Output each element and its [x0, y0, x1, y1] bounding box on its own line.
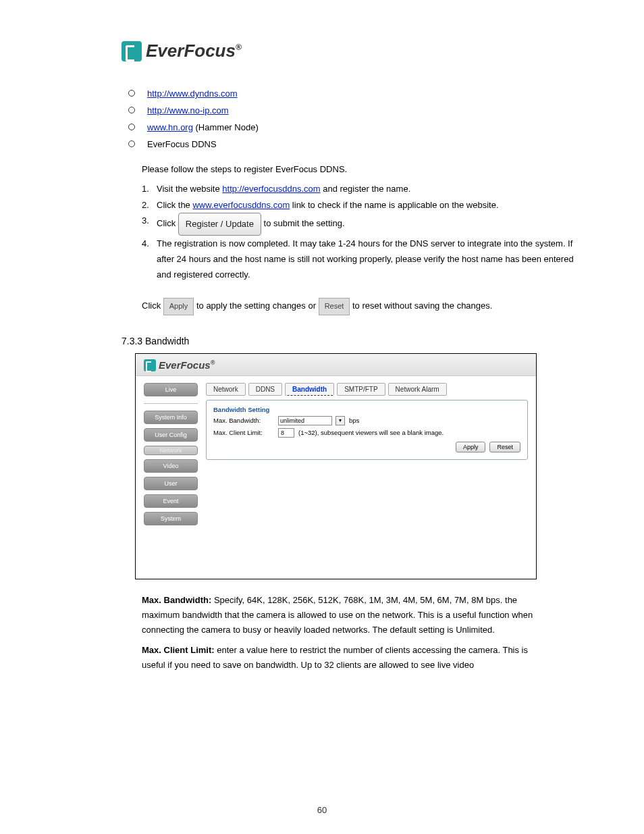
sidebar-item-system[interactable]: System: [144, 512, 198, 525]
step-text: Click the: [157, 200, 192, 210]
sidebar-item-user[interactable]: User: [144, 477, 198, 490]
logo-reg: ®: [211, 359, 215, 366]
desc-label: Max. Client Limit:: [142, 645, 215, 655]
provider-list: http://www.dyndns.com http://www.no-ip.c…: [128, 88, 603, 149]
tab-network-alarm[interactable]: Network Alarm: [388, 383, 447, 396]
max-client-label: Max. Client Limit:: [213, 429, 274, 436]
max-client-row: Max. Client Limit: (1~32), subsequent vi…: [213, 428, 520, 438]
logo-text: EverFocus®: [159, 359, 215, 371]
max-bandwidth-label: Max. Bandwidth:: [213, 417, 274, 424]
logo-text: EverFocus®: [146, 41, 242, 61]
step-text: link to check if the name is applicable …: [290, 200, 498, 210]
logo-brand: EverFocus: [146, 41, 236, 61]
provider-link-hn[interactable]: www.hn.org: [147, 122, 193, 132]
step-4: 4. The registration is now completed. It…: [142, 236, 576, 283]
reset-button[interactable]: Reset: [489, 442, 520, 452]
step-1: 1. Visit the website http://everfocusddn…: [142, 181, 576, 197]
logo-mark-icon: [144, 359, 156, 371]
step-text: The registration is now completed. It ma…: [157, 236, 576, 283]
step-text: Click: [157, 218, 178, 228]
tab-smtp-ftp[interactable]: SMTP/FTP: [337, 383, 385, 396]
bandwidth-settings-screenshot: EverFocus® Live System Info User Config …: [135, 353, 537, 579]
provider-link-noip[interactable]: http://www.no-ip.com: [147, 105, 229, 115]
fieldset-legend: Bandwidth Setting: [213, 406, 520, 413]
tab-bandwidth[interactable]: Bandwidth: [285, 383, 334, 396]
page-number: 60: [0, 805, 644, 815]
apply-button[interactable]: Apply: [163, 298, 194, 315]
logo-brand: EverFocus: [159, 359, 211, 371]
note-text: to apply the setting changes or: [196, 301, 319, 311]
apply-button[interactable]: Apply: [456, 442, 486, 452]
step-number: 4.: [142, 236, 157, 251]
bullet-icon: [128, 107, 135, 113]
reset-button[interactable]: Reset: [319, 298, 350, 315]
note-text: to reset without saving the changes.: [352, 301, 492, 311]
register-update-button[interactable]: Register / Update: [178, 213, 261, 235]
max-client-hint: (1~32), subsequent viewers will see a bl…: [298, 429, 444, 436]
bullet-icon: [128, 90, 135, 97]
max-client-input[interactable]: [278, 428, 294, 438]
ddns-site-link[interactable]: http://everfocusddns.com: [222, 184, 320, 194]
tab-ddns[interactable]: DDNS: [248, 383, 282, 396]
desc-label: Max. Bandwidth:: [142, 595, 211, 605]
tab-bar: Network DDNS Bandwidth SMTP/FTP Network …: [206, 383, 528, 396]
provider-link-dyndns[interactable]: http://www.dyndns.com: [147, 88, 238, 99]
provider-tail: EverFocus DDNS: [147, 139, 217, 149]
sidebar-nav: Live System Info User Config Network Vid…: [144, 383, 198, 558]
sidebar-item-network[interactable]: Network: [144, 446, 198, 455]
logo-mark-icon: [122, 41, 142, 61]
ddns-check-link[interactable]: www.everfocusddns.com: [192, 200, 290, 210]
tab-network[interactable]: Network: [206, 383, 246, 396]
bandwidth-description: Max. Bandwidth: Specify, 64K, 128K, 256K…: [142, 593, 536, 673]
ddns-instructions: Please follow the steps to register Ever…: [142, 161, 576, 315]
brand-logo: EverFocus®: [122, 41, 603, 61]
max-bandwidth-select[interactable]: unlimited: [278, 416, 332, 425]
chevron-down-icon[interactable]: ▾: [336, 416, 345, 425]
provider-row: http://www.no-ip.com: [128, 105, 603, 115]
step-text: to submit the setting.: [264, 218, 345, 228]
bandwidth-unit: bps: [349, 417, 359, 424]
step-number: 1.: [142, 181, 157, 197]
shot-header: EverFocus®: [136, 354, 536, 376]
step-text: and register the name.: [321, 184, 411, 194]
provider-tail: (Hammer Node): [193, 122, 259, 132]
step-2: 2. Click the www.everfocusddns.com link …: [142, 197, 576, 213]
sidebar-item-live[interactable]: Live: [144, 383, 198, 396]
step-number: 3.: [142, 213, 157, 228]
bandwidth-fieldset: Bandwidth Setting Max. Bandwidth: unlimi…: [206, 400, 528, 460]
apply-reset-note: Click Apply to apply the setting changes…: [142, 298, 576, 315]
sidebar-item-user-config[interactable]: User Config: [144, 428, 198, 442]
sidebar-item-system-info[interactable]: System Info: [144, 411, 198, 424]
provider-row: www.hn.org (Hammer Node): [128, 122, 603, 132]
sidebar-item-video[interactable]: Video: [144, 459, 198, 473]
note-text: Click: [142, 301, 163, 311]
desc-max-client: Max. Client Limit: enter a value here to…: [142, 643, 536, 673]
sidebar-separator: [144, 403, 198, 404]
desc-max-bandwidth: Max. Bandwidth: Specify, 64K, 128K, 256K…: [142, 593, 536, 637]
bullet-icon: [128, 124, 135, 130]
step-number: 2.: [142, 197, 157, 213]
section-heading: 7.3.3 Bandwidth: [122, 336, 603, 346]
step-text: Visit the website: [157, 184, 222, 194]
instr-title: Please follow the steps to register Ever…: [142, 161, 576, 177]
max-bandwidth-row: Max. Bandwidth: unlimited▾ bps: [213, 416, 520, 425]
logo-reg: ®: [236, 43, 242, 52]
bullet-icon: [128, 140, 135, 147]
sidebar-item-event[interactable]: Event: [144, 494, 198, 508]
provider-row: EverFocus DDNS: [128, 139, 603, 149]
step-3: 3. Click Register / Update to submit the…: [142, 213, 576, 235]
provider-row: http://www.dyndns.com: [128, 88, 603, 99]
